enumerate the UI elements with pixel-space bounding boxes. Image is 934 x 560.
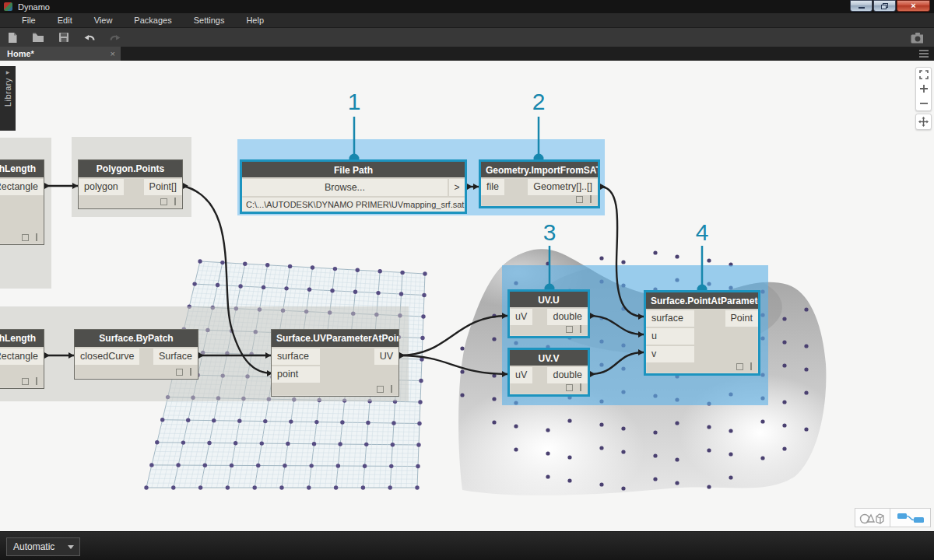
menu-file[interactable]: File: [11, 13, 47, 28]
input-port-surface[interactable]: surface: [646, 310, 694, 327]
lacing-indicator[interactable]: [190, 368, 191, 376]
callout-number-3: 3: [543, 219, 557, 245]
output-port-surface[interactable]: Surface: [153, 348, 198, 365]
input-port-uv[interactable]: uV: [510, 367, 532, 383]
fit-view-icon[interactable]: [918, 70, 929, 80]
node-header[interactable]: Geometry.ImportFromSAT: [481, 162, 598, 177]
input-port-u[interactable]: u: [646, 328, 694, 345]
zoom-out-icon[interactable]: [918, 98, 929, 108]
pan-icon[interactable]: [918, 117, 929, 127]
node-header[interactable]: UV.V: [510, 350, 588, 366]
lacing-indicator[interactable]: [36, 377, 37, 385]
node-header[interactable]: Polygon.Points: [79, 160, 182, 177]
open-icon[interactable]: [32, 31, 44, 44]
lacing-indicator[interactable]: [36, 233, 37, 241]
output-port-rectangle[interactable]: Rectangle: [0, 179, 44, 195]
tab-home-label: Home*: [7, 49, 34, 58]
node-rectangle-bywidthlength-top[interactable]: Rectangle.ByWidthLength Rectangle: [0, 159, 44, 245]
tab-bar: Home* ×: [0, 47, 934, 61]
lacing-indicator[interactable]: [750, 362, 752, 370]
node-polygon-points[interactable]: Polygon.Points polygon Point[]: [78, 159, 183, 209]
callout-number-4: 4: [696, 219, 709, 245]
lacing-indicator[interactable]: [580, 383, 581, 391]
node-geometry-importfromsat[interactable]: Geometry.ImportFromSAT file Geometry[]..…: [479, 159, 600, 208]
window-controls: ×: [850, 0, 930, 13]
output-port-points[interactable]: Point[]: [144, 179, 182, 195]
redo-icon[interactable]: [109, 31, 121, 44]
preview-checkbox[interactable]: [576, 196, 583, 203]
lacing-indicator[interactable]: [580, 325, 581, 333]
node-header[interactable]: Surface.UVParameterAtPoint: [272, 330, 399, 347]
node-surface-pointatparameter[interactable]: Surface.PointAtParameter surface Point u…: [644, 290, 760, 376]
dynamo-window: Dynamo × File Edit View Packages Setting…: [0, 0, 934, 560]
file-path-value: C:\...\AUTODESK\DYNAMO PRIMER\UVmapping_…: [242, 198, 465, 212]
restore-button[interactable]: [873, 0, 896, 12]
node-surface-bypatch[interactable]: Surface.ByPatch closedCurve Surface: [74, 329, 198, 380]
minimize-button[interactable]: [850, 0, 873, 12]
node-rectangle-bywidthlength-bottom[interactable]: Rectangle.ByWidthLength Rectangle: [0, 329, 44, 389]
input-port-surface[interactable]: surface: [272, 348, 320, 365]
canvas-background: 1 2 3 4: [0, 61, 934, 531]
preview-checkbox[interactable]: [176, 369, 183, 376]
browse-button[interactable]: Browse...: [242, 179, 448, 196]
tab-close-icon[interactable]: ×: [111, 50, 115, 58]
preview-checkbox[interactable]: [22, 234, 29, 241]
preview-checkbox[interactable]: [566, 326, 573, 333]
output-port-point[interactable]: Point: [725, 310, 759, 327]
output-port-rectangle[interactable]: Rectangle: [0, 348, 44, 365]
output-port-double[interactable]: double: [547, 309, 588, 325]
node-file-path[interactable]: File Path Browse... > C:\...\AUTODESK\DY…: [240, 159, 467, 214]
zoom-in-icon[interactable]: [918, 84, 929, 94]
menu-edit[interactable]: Edit: [47, 13, 83, 28]
camera-icon[interactable]: [911, 31, 923, 44]
node-header[interactable]: Surface.ByPatch: [75, 330, 198, 347]
input-port-closedcurve[interactable]: closedCurve: [75, 348, 139, 365]
output-port-geometry[interactable]: Geometry[]..[]: [528, 179, 598, 195]
input-port-polygon[interactable]: polygon: [79, 179, 124, 195]
node-header[interactable]: Rectangle.ByWidthLength: [0, 160, 44, 177]
input-port-point[interactable]: point: [272, 366, 320, 383]
tab-home[interactable]: Home* ×: [0, 47, 121, 61]
workspace-canvas[interactable]: 1 2 3 4 ▶ Library Rectangle.ByWidthLengt…: [0, 61, 934, 531]
window-title: Dynamo: [18, 2, 50, 12]
node-header[interactable]: UV.U: [510, 292, 588, 307]
node-uv-u[interactable]: UV.U uV double: [507, 289, 590, 338]
lacing-indicator[interactable]: [590, 195, 592, 203]
menu-help[interactable]: Help: [235, 13, 275, 28]
output-port-uv[interactable]: UV: [374, 348, 399, 365]
undo-icon[interactable]: [83, 31, 96, 44]
preview-checkbox[interactable]: [160, 198, 167, 205]
callout-number-1: 1: [348, 89, 361, 114]
status-bar: Automatic: [0, 531, 934, 560]
tab-menu-icon[interactable]: [919, 50, 929, 58]
node-header[interactable]: File Path: [242, 162, 465, 177]
menu-packages[interactable]: Packages: [123, 13, 182, 28]
menu-view[interactable]: View: [83, 13, 124, 28]
graph-view-toggle[interactable]: [890, 508, 931, 527]
save-icon[interactable]: [58, 31, 70, 44]
preview-checkbox[interactable]: [736, 363, 743, 370]
library-panel-tab[interactable]: ▶ Library: [0, 66, 16, 131]
library-label: Library: [3, 78, 12, 107]
input-port-v[interactable]: v: [646, 346, 694, 362]
close-button[interactable]: ×: [897, 0, 930, 12]
new-file-icon[interactable]: [6, 31, 19, 44]
geometry-view-toggle[interactable]: [855, 508, 890, 527]
node-surface-uvparameteratpoint[interactable]: Surface.UVParameterAtPoint surface UV po…: [271, 329, 399, 397]
input-port-file[interactable]: file: [481, 179, 504, 195]
preview-checkbox[interactable]: [22, 378, 29, 385]
node-uv-v[interactable]: UV.V uV double: [507, 348, 590, 397]
graph-view-icon: [897, 512, 925, 524]
toolbar: [0, 28, 934, 47]
input-port-uv[interactable]: uV: [510, 309, 532, 325]
lacing-indicator[interactable]: [391, 385, 392, 393]
chevron-button[interactable]: >: [449, 179, 465, 196]
node-header[interactable]: Surface.PointAtParameter: [646, 292, 758, 309]
preview-checkbox[interactable]: [566, 384, 573, 391]
node-header[interactable]: Rectangle.ByWidthLength: [0, 330, 44, 347]
menu-settings[interactable]: Settings: [183, 13, 236, 28]
preview-checkbox[interactable]: [377, 386, 384, 393]
run-mode-dropdown[interactable]: Automatic: [6, 537, 80, 556]
output-port-double[interactable]: double: [547, 367, 588, 383]
lacing-indicator[interactable]: [174, 198, 176, 205]
